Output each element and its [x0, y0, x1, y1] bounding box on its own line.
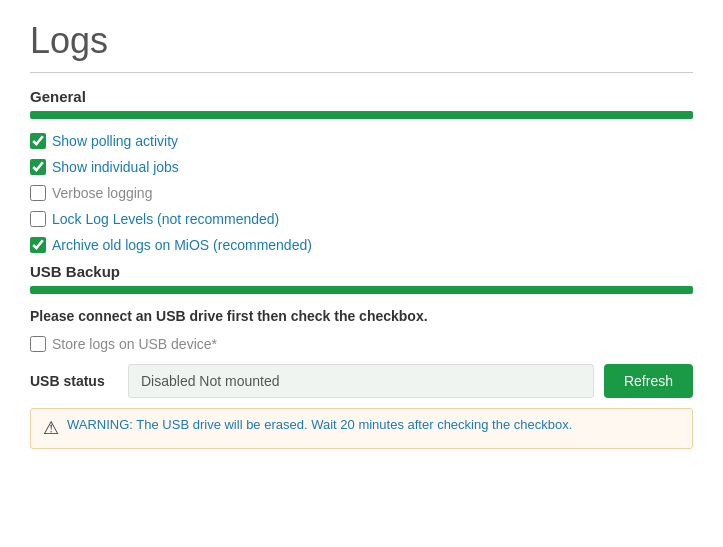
usb-status-label: USB status [30, 373, 120, 389]
page-title: Logs [30, 20, 693, 62]
usb-status-row: USB status Disabled Not mounted Refresh [30, 364, 693, 398]
store-logs-checkbox[interactable] [30, 336, 46, 352]
warning-row: ⚠ WARNING: The USB drive will be erased.… [30, 408, 693, 449]
verbose-logging-item: Verbose logging [30, 185, 693, 201]
show-polling-checkbox[interactable] [30, 133, 46, 149]
archive-old-logs-label[interactable]: Archive old logs on MiOS (recommended) [52, 237, 312, 253]
store-logs-label[interactable]: Store logs on USB device* [52, 336, 217, 352]
title-divider [30, 72, 693, 73]
general-section-title: General [30, 88, 693, 105]
usb-backup-title: USB Backup [30, 263, 693, 280]
lock-log-levels-item: Lock Log Levels (not recommended) [30, 211, 693, 227]
usb-note: Please connect an USB drive first then c… [30, 308, 693, 324]
lock-log-levels-label[interactable]: Lock Log Levels (not recommended) [52, 211, 279, 227]
lock-log-levels-checkbox[interactable] [30, 211, 46, 227]
usb-backup-section: USB Backup Please connect an USB drive f… [30, 263, 693, 449]
usb-green-bar [30, 286, 693, 294]
archive-old-logs-item: Archive old logs on MiOS (recommended) [30, 237, 693, 253]
refresh-button[interactable]: Refresh [604, 364, 693, 398]
store-logs-item: Store logs on USB device* [30, 336, 693, 352]
verbose-logging-label[interactable]: Verbose logging [52, 185, 152, 201]
usb-status-value: Disabled Not mounted [128, 364, 594, 398]
show-polling-item: Show polling activity [30, 133, 693, 149]
verbose-logging-checkbox[interactable] [30, 185, 46, 201]
show-individual-item: Show individual jobs [30, 159, 693, 175]
warning-text: WARNING: The USB drive will be erased. W… [67, 417, 572, 432]
general-green-bar [30, 111, 693, 119]
archive-old-logs-checkbox[interactable] [30, 237, 46, 253]
show-polling-label[interactable]: Show polling activity [52, 133, 178, 149]
warning-icon: ⚠ [43, 417, 59, 440]
show-individual-checkbox[interactable] [30, 159, 46, 175]
show-individual-label[interactable]: Show individual jobs [52, 159, 179, 175]
